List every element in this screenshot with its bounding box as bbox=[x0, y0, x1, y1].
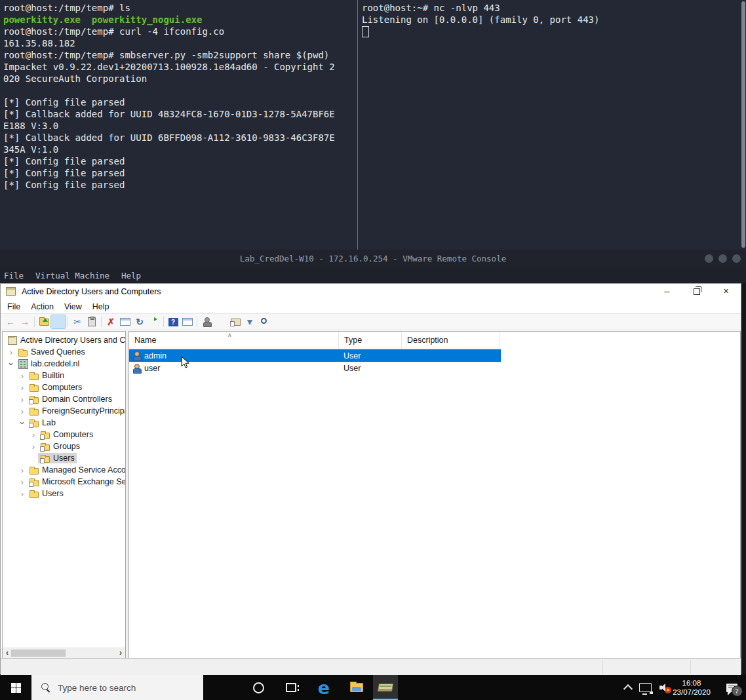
tree-item-label: Builtin bbox=[42, 371, 64, 380]
aduc-toolbar: ←→✂✗↻?▼ bbox=[1, 313, 741, 330]
tree-collapsed-arrow-icon[interactable]: › bbox=[29, 431, 38, 439]
terminal-pane-divider[interactable] bbox=[357, 0, 358, 250]
folder-icon bbox=[29, 489, 39, 498]
minimize-button[interactable]: – bbox=[652, 284, 682, 300]
export-list-icon[interactable] bbox=[147, 315, 161, 328]
scrollbar-thumb[interactable] bbox=[11, 650, 66, 657]
tree-item-users[interactable]: Users bbox=[3, 452, 125, 464]
clock[interactable]: 16:08 23/07/2020 bbox=[666, 675, 717, 700]
new-ou-icon[interactable] bbox=[228, 315, 243, 328]
sort-ascending-icon: ∧ bbox=[227, 331, 232, 343]
restore-button[interactable] bbox=[682, 284, 711, 300]
cortana-button[interactable] bbox=[242, 675, 275, 700]
cut-icon[interactable]: ✂ bbox=[70, 315, 85, 328]
tree-item-active-directory-users-and-computers[interactable]: Active Directory Users and Computers bbox=[3, 334, 125, 346]
tree-collapsed-arrow-icon[interactable]: › bbox=[18, 407, 27, 416]
new-group-icon[interactable] bbox=[214, 315, 228, 328]
tree-item-label: Active Directory Users and Computers bbox=[20, 336, 126, 345]
search-input[interactable] bbox=[31, 675, 203, 700]
tree-collapsed-arrow-icon[interactable]: › bbox=[18, 466, 27, 475]
tree-collapsed-arrow-icon[interactable]: › bbox=[7, 348, 16, 357]
show-hidden-icons-button[interactable] bbox=[620, 675, 636, 700]
aduc-menu-file[interactable]: File bbox=[2, 302, 26, 311]
terminal-right-pane[interactable]: root@host:~# nc -nlvp 443Listening on [0… bbox=[362, 2, 736, 37]
scroll-right-arrow-icon[interactable] bbox=[116, 648, 125, 657]
refresh-icon[interactable]: ↻ bbox=[132, 315, 147, 328]
tree-collapsed-arrow-icon[interactable]: › bbox=[18, 478, 27, 486]
network-status-button[interactable] bbox=[636, 675, 654, 700]
taskbar-search[interactable] bbox=[31, 675, 203, 700]
vmware-close-button[interactable] bbox=[732, 254, 741, 263]
file-explorer-button[interactable] bbox=[340, 675, 373, 700]
terminal-left-pane[interactable]: root@host:/tmp/temp# lspowerkitty.exe po… bbox=[3, 2, 356, 191]
tree-item-builtin[interactable]: ›Builtin bbox=[3, 370, 125, 381]
notification-count-badge: 7 bbox=[732, 686, 743, 697]
tree-expanded-arrow-icon[interactable]: › bbox=[7, 359, 16, 368]
terminal-line: [*] Callback added for UUID 6BFFD098-A11… bbox=[3, 132, 356, 144]
add-group-member-icon[interactable] bbox=[271, 315, 286, 328]
column-header-type[interactable]: Type bbox=[339, 332, 402, 349]
vmware-restore-button[interactable] bbox=[718, 254, 727, 263]
vmware-menu-file[interactable]: File bbox=[4, 271, 24, 281]
tree-item-lab-creddel-nl[interactable]: ›lab.creddel.nl bbox=[3, 358, 125, 370]
tree-item-computers[interactable]: ›Computers bbox=[3, 381, 125, 393]
folder-icon bbox=[29, 371, 39, 380]
column-header-name[interactable]: Name∧ bbox=[129, 332, 339, 349]
column-header-description[interactable]: Description bbox=[402, 332, 500, 349]
tree-item-groups[interactable]: ›Groups bbox=[3, 440, 125, 452]
ou-icon bbox=[40, 430, 50, 439]
tree-item-microsoft-exchange-security-groups[interactable]: ›Microsoft Exchange Security Groups bbox=[3, 476, 125, 488]
scroll-left-arrow-icon[interactable] bbox=[3, 648, 12, 657]
aduc-menu-view[interactable]: View bbox=[59, 302, 87, 311]
vmware-minimize-button[interactable] bbox=[705, 254, 713, 263]
aduc-menu-help[interactable]: Help bbox=[87, 302, 115, 311]
tree-collapsed-arrow-icon[interactable]: › bbox=[18, 395, 27, 404]
edge-button[interactable] bbox=[307, 675, 340, 700]
back-icon[interactable]: ← bbox=[3, 315, 18, 328]
ou-icon bbox=[40, 454, 50, 463]
show-console-tree-icon[interactable] bbox=[51, 315, 66, 328]
task-view-button[interactable] bbox=[275, 675, 307, 700]
action-center-button[interactable]: 7 bbox=[720, 675, 743, 700]
folder-icon bbox=[29, 465, 39, 475]
close-button[interactable]: × bbox=[711, 284, 741, 300]
find-icon[interactable] bbox=[257, 315, 271, 328]
folder-icon bbox=[29, 406, 39, 416]
vmware-menu-virtual-machine[interactable]: Virtual Machine bbox=[35, 271, 109, 281]
terminal-line: root@host:/tmp/temp# ls bbox=[3, 2, 356, 14]
help-icon[interactable]: ? bbox=[166, 315, 180, 328]
tree-horizontal-scrollbar[interactable] bbox=[3, 648, 125, 658]
forward-icon[interactable]: → bbox=[18, 315, 32, 328]
tree-item-managed-service-accounts[interactable]: ›Managed Service Accounts bbox=[3, 464, 125, 476]
domain-icon bbox=[18, 359, 28, 368]
tree-expanded-arrow-icon[interactable]: › bbox=[18, 418, 27, 427]
tree-item-foreignsecurityprincipals[interactable]: ›ForeignSecurityPrincipals bbox=[3, 405, 125, 417]
ou-icon bbox=[29, 395, 39, 404]
tree-collapsed-arrow-icon[interactable]: › bbox=[18, 372, 27, 380]
aduc-titlebar[interactable]: Active Directory Users and Computers – × bbox=[1, 284, 741, 300]
list-column-headers: Name∧TypeDescription bbox=[129, 332, 501, 349]
tree-collapsed-arrow-icon[interactable]: › bbox=[18, 490, 27, 498]
tree-item-label: Groups bbox=[53, 442, 80, 451]
paste-icon[interactable] bbox=[85, 315, 99, 328]
mmc-console-button[interactable] bbox=[373, 675, 398, 700]
tree-collapsed-arrow-icon[interactable]: › bbox=[18, 383, 27, 392]
new-user-icon[interactable] bbox=[199, 315, 214, 328]
window-list-icon[interactable] bbox=[180, 315, 195, 328]
delete-icon[interactable]: ✗ bbox=[104, 315, 118, 328]
tree-item-lab[interactable]: ›Lab bbox=[3, 417, 125, 429]
filter-icon[interactable]: ▼ bbox=[243, 315, 257, 328]
properties-icon[interactable] bbox=[118, 315, 132, 328]
tree-item-users[interactable]: ›Users bbox=[3, 488, 125, 499]
toolbar-separator bbox=[34, 317, 35, 327]
start-button[interactable] bbox=[0, 675, 31, 700]
aduc-menu-action[interactable]: Action bbox=[26, 302, 59, 311]
vmware-menu-help[interactable]: Help bbox=[121, 271, 141, 281]
tree-item-saved-queries[interactable]: ›Saved Queries bbox=[3, 346, 125, 358]
terminal-scrollbar[interactable] bbox=[741, 1, 745, 248]
tree-collapsed-arrow-icon[interactable]: › bbox=[29, 442, 38, 451]
tree-item-domain-controllers[interactable]: ›Domain Controllers bbox=[3, 393, 125, 405]
tree-item-computers[interactable]: ›Computers bbox=[3, 429, 125, 440]
up-one-level-icon[interactable] bbox=[37, 315, 51, 328]
terminal-line: E188 V:3.0 bbox=[3, 120, 356, 132]
